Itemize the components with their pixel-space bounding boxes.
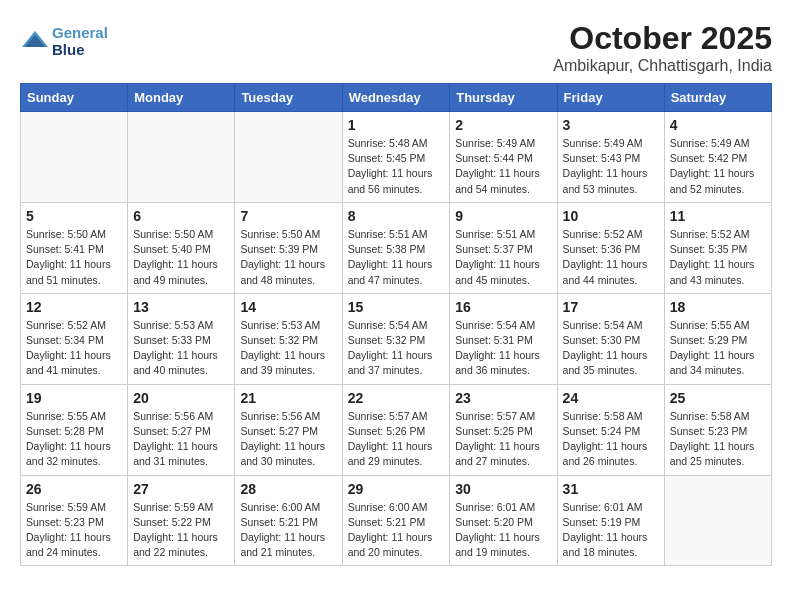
day-number: 26 (26, 481, 122, 497)
day-number: 31 (563, 481, 659, 497)
day-info: Sunrise: 5:49 AM Sunset: 5:42 PM Dayligh… (670, 136, 766, 197)
day-number: 20 (133, 390, 229, 406)
calendar-cell: 6Sunrise: 5:50 AM Sunset: 5:40 PM Daylig… (128, 202, 235, 293)
calendar-cell: 16Sunrise: 5:54 AM Sunset: 5:31 PM Dayli… (450, 293, 557, 384)
week-row-4: 19Sunrise: 5:55 AM Sunset: 5:28 PM Dayli… (21, 384, 772, 475)
day-number: 24 (563, 390, 659, 406)
calendar-cell: 31Sunrise: 6:01 AM Sunset: 5:19 PM Dayli… (557, 475, 664, 566)
day-number: 19 (26, 390, 122, 406)
weekday-header-friday: Friday (557, 84, 664, 112)
day-info: Sunrise: 6:00 AM Sunset: 5:21 PM Dayligh… (348, 500, 445, 561)
calendar-cell: 13Sunrise: 5:53 AM Sunset: 5:33 PM Dayli… (128, 293, 235, 384)
day-number: 30 (455, 481, 551, 497)
calendar-cell: 29Sunrise: 6:00 AM Sunset: 5:21 PM Dayli… (342, 475, 450, 566)
calendar-cell (128, 112, 235, 203)
page-title: October 2025 (20, 20, 772, 57)
calendar-cell: 9Sunrise: 5:51 AM Sunset: 5:37 PM Daylig… (450, 202, 557, 293)
calendar-cell: 3Sunrise: 5:49 AM Sunset: 5:43 PM Daylig… (557, 112, 664, 203)
page-subtitle: Ambikapur, Chhattisgarh, India (20, 57, 772, 75)
weekday-header-sunday: Sunday (21, 84, 128, 112)
calendar-cell: 27Sunrise: 5:59 AM Sunset: 5:22 PM Dayli… (128, 475, 235, 566)
day-info: Sunrise: 5:54 AM Sunset: 5:30 PM Dayligh… (563, 318, 659, 379)
day-number: 14 (240, 299, 336, 315)
day-info: Sunrise: 5:54 AM Sunset: 5:32 PM Dayligh… (348, 318, 445, 379)
logo-area: General Blue (20, 24, 108, 59)
day-number: 18 (670, 299, 766, 315)
day-info: Sunrise: 5:58 AM Sunset: 5:23 PM Dayligh… (670, 409, 766, 470)
calendar-cell: 30Sunrise: 6:01 AM Sunset: 5:20 PM Dayli… (450, 475, 557, 566)
day-number: 5 (26, 208, 122, 224)
calendar-cell: 7Sunrise: 5:50 AM Sunset: 5:39 PM Daylig… (235, 202, 342, 293)
day-number: 13 (133, 299, 229, 315)
day-info: Sunrise: 5:58 AM Sunset: 5:24 PM Dayligh… (563, 409, 659, 470)
day-number: 15 (348, 299, 445, 315)
day-number: 23 (455, 390, 551, 406)
calendar-cell: 5Sunrise: 5:50 AM Sunset: 5:41 PM Daylig… (21, 202, 128, 293)
day-number: 4 (670, 117, 766, 133)
day-info: Sunrise: 6:00 AM Sunset: 5:21 PM Dayligh… (240, 500, 336, 561)
day-info: Sunrise: 5:54 AM Sunset: 5:31 PM Dayligh… (455, 318, 551, 379)
calendar-cell: 14Sunrise: 5:53 AM Sunset: 5:32 PM Dayli… (235, 293, 342, 384)
day-number: 12 (26, 299, 122, 315)
calendar-cell: 22Sunrise: 5:57 AM Sunset: 5:26 PM Dayli… (342, 384, 450, 475)
day-info: Sunrise: 6:01 AM Sunset: 5:20 PM Dayligh… (455, 500, 551, 561)
calendar-cell: 24Sunrise: 5:58 AM Sunset: 5:24 PM Dayli… (557, 384, 664, 475)
calendar-cell: 12Sunrise: 5:52 AM Sunset: 5:34 PM Dayli… (21, 293, 128, 384)
day-info: Sunrise: 5:59 AM Sunset: 5:22 PM Dayligh… (133, 500, 229, 561)
day-number: 7 (240, 208, 336, 224)
calendar-cell: 11Sunrise: 5:52 AM Sunset: 5:35 PM Dayli… (664, 202, 771, 293)
day-number: 3 (563, 117, 659, 133)
day-info: Sunrise: 5:57 AM Sunset: 5:25 PM Dayligh… (455, 409, 551, 470)
weekday-header-monday: Monday (128, 84, 235, 112)
day-number: 17 (563, 299, 659, 315)
weekday-header-saturday: Saturday (664, 84, 771, 112)
day-info: Sunrise: 5:53 AM Sunset: 5:32 PM Dayligh… (240, 318, 336, 379)
day-number: 28 (240, 481, 336, 497)
calendar-cell: 2Sunrise: 5:49 AM Sunset: 5:44 PM Daylig… (450, 112, 557, 203)
day-number: 27 (133, 481, 229, 497)
day-info: Sunrise: 5:49 AM Sunset: 5:44 PM Dayligh… (455, 136, 551, 197)
calendar-cell: 21Sunrise: 5:56 AM Sunset: 5:27 PM Dayli… (235, 384, 342, 475)
calendar-table: SundayMondayTuesdayWednesdayThursdayFrid… (20, 83, 772, 566)
page-header: October 2025 Ambikapur, Chhattisgarh, In… (20, 20, 772, 75)
day-number: 6 (133, 208, 229, 224)
calendar-cell: 26Sunrise: 5:59 AM Sunset: 5:23 PM Dayli… (21, 475, 128, 566)
day-info: Sunrise: 5:48 AM Sunset: 5:45 PM Dayligh… (348, 136, 445, 197)
day-info: Sunrise: 5:53 AM Sunset: 5:33 PM Dayligh… (133, 318, 229, 379)
weekday-header-tuesday: Tuesday (235, 84, 342, 112)
logo-text: General Blue (52, 24, 108, 59)
calendar-cell: 28Sunrise: 6:00 AM Sunset: 5:21 PM Dayli… (235, 475, 342, 566)
day-info: Sunrise: 5:51 AM Sunset: 5:38 PM Dayligh… (348, 227, 445, 288)
weekday-header-thursday: Thursday (450, 84, 557, 112)
day-info: Sunrise: 5:51 AM Sunset: 5:37 PM Dayligh… (455, 227, 551, 288)
week-row-3: 12Sunrise: 5:52 AM Sunset: 5:34 PM Dayli… (21, 293, 772, 384)
day-info: Sunrise: 5:49 AM Sunset: 5:43 PM Dayligh… (563, 136, 659, 197)
day-number: 2 (455, 117, 551, 133)
calendar-cell: 4Sunrise: 5:49 AM Sunset: 5:42 PM Daylig… (664, 112, 771, 203)
calendar-cell (664, 475, 771, 566)
week-row-2: 5Sunrise: 5:50 AM Sunset: 5:41 PM Daylig… (21, 202, 772, 293)
day-info: Sunrise: 5:55 AM Sunset: 5:28 PM Dayligh… (26, 409, 122, 470)
day-number: 21 (240, 390, 336, 406)
week-row-1: 1Sunrise: 5:48 AM Sunset: 5:45 PM Daylig… (21, 112, 772, 203)
calendar-cell: 18Sunrise: 5:55 AM Sunset: 5:29 PM Dayli… (664, 293, 771, 384)
calendar-cell: 17Sunrise: 5:54 AM Sunset: 5:30 PM Dayli… (557, 293, 664, 384)
day-number: 16 (455, 299, 551, 315)
calendar-cell: 8Sunrise: 5:51 AM Sunset: 5:38 PM Daylig… (342, 202, 450, 293)
day-number: 22 (348, 390, 445, 406)
calendar-cell: 20Sunrise: 5:56 AM Sunset: 5:27 PM Dayli… (128, 384, 235, 475)
calendar-cell: 10Sunrise: 5:52 AM Sunset: 5:36 PM Dayli… (557, 202, 664, 293)
day-info: Sunrise: 5:59 AM Sunset: 5:23 PM Dayligh… (26, 500, 122, 561)
day-info: Sunrise: 5:50 AM Sunset: 5:39 PM Dayligh… (240, 227, 336, 288)
week-row-5: 26Sunrise: 5:59 AM Sunset: 5:23 PM Dayli… (21, 475, 772, 566)
calendar-cell: 1Sunrise: 5:48 AM Sunset: 5:45 PM Daylig… (342, 112, 450, 203)
day-info: Sunrise: 5:52 AM Sunset: 5:35 PM Dayligh… (670, 227, 766, 288)
day-number: 9 (455, 208, 551, 224)
calendar-cell: 23Sunrise: 5:57 AM Sunset: 5:25 PM Dayli… (450, 384, 557, 475)
day-info: Sunrise: 6:01 AM Sunset: 5:19 PM Dayligh… (563, 500, 659, 561)
day-info: Sunrise: 5:56 AM Sunset: 5:27 PM Dayligh… (240, 409, 336, 470)
day-info: Sunrise: 5:52 AM Sunset: 5:36 PM Dayligh… (563, 227, 659, 288)
day-number: 1 (348, 117, 445, 133)
day-info: Sunrise: 5:50 AM Sunset: 5:41 PM Dayligh… (26, 227, 122, 288)
weekday-header-row: SundayMondayTuesdayWednesdayThursdayFrid… (21, 84, 772, 112)
